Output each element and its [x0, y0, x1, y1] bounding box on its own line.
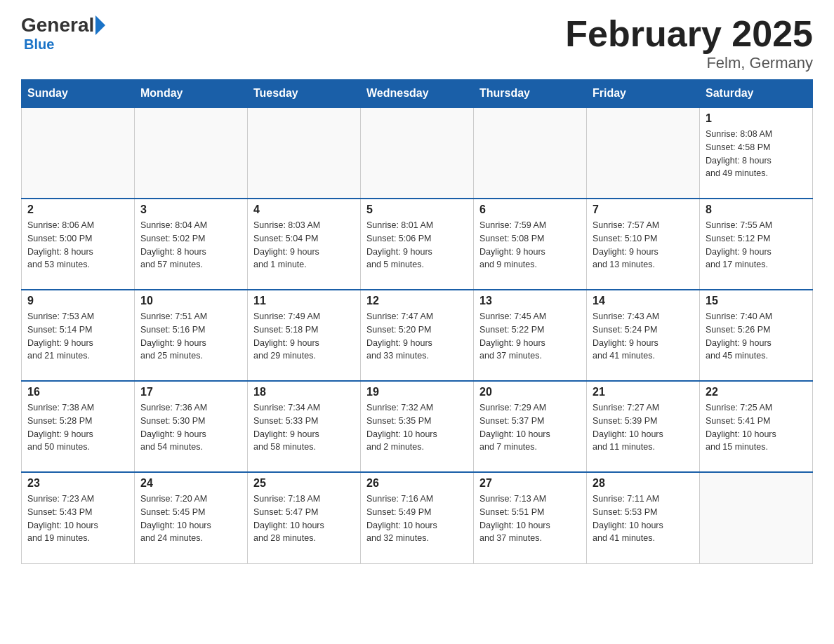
day-number: 25: [253, 477, 355, 490]
day-number: 16: [27, 386, 128, 398]
calendar-cell: [474, 107, 587, 199]
day-number: 18: [253, 386, 355, 398]
day-info: Sunrise: 7:51 AM Sunset: 5:16 PM Dayligh…: [140, 310, 241, 363]
logo: General Blue: [21, 14, 105, 53]
calendar-cell: 20Sunrise: 7:29 AM Sunset: 5:37 PM Dayli…: [474, 381, 587, 472]
page-header: General Blue February 2025 Felm, Germany: [21, 14, 813, 72]
day-number: 10: [140, 295, 241, 307]
day-number: 15: [706, 295, 807, 307]
day-info: Sunrise: 7:40 AM Sunset: 5:26 PM Dayligh…: [706, 310, 807, 363]
day-number: 5: [366, 203, 468, 216]
day-info: Sunrise: 7:55 AM Sunset: 5:12 PM Dayligh…: [706, 219, 807, 271]
day-info: Sunrise: 7:13 AM Sunset: 5:51 PM Dayligh…: [479, 492, 581, 545]
calendar-cell: 24Sunrise: 7:20 AM Sunset: 5:45 PM Dayli…: [135, 472, 248, 563]
day-number: 27: [479, 477, 581, 490]
day-info: Sunrise: 7:18 AM Sunset: 5:47 PM Dayligh…: [253, 492, 355, 545]
day-info: Sunrise: 7:25 AM Sunset: 5:41 PM Dayligh…: [706, 401, 807, 454]
day-info: Sunrise: 7:20 AM Sunset: 5:45 PM Dayligh…: [140, 492, 241, 545]
day-number: 24: [140, 477, 241, 490]
day-info: Sunrise: 8:03 AM Sunset: 5:04 PM Dayligh…: [253, 219, 355, 271]
weekday-header-saturday: Saturday: [700, 80, 813, 108]
calendar-cell: 7Sunrise: 7:57 AM Sunset: 5:10 PM Daylig…: [587, 199, 700, 290]
calendar-table: SundayMondayTuesdayWednesdayThursdayFrid…: [21, 79, 813, 564]
day-number: 8: [706, 203, 807, 216]
logo-blue: Blue: [24, 36, 54, 53]
calendar-cell: 5Sunrise: 8:01 AM Sunset: 5:06 PM Daylig…: [361, 199, 474, 290]
day-info: Sunrise: 7:34 AM Sunset: 5:33 PM Dayligh…: [253, 401, 355, 454]
calendar-cell: 8Sunrise: 7:55 AM Sunset: 5:12 PM Daylig…: [700, 199, 813, 290]
day-number: 3: [140, 203, 241, 216]
calendar-cell: 11Sunrise: 7:49 AM Sunset: 5:18 PM Dayli…: [248, 290, 361, 381]
title-block: February 2025 Felm, Germany: [565, 14, 813, 72]
day-number: 4: [253, 203, 355, 216]
day-number: 2: [27, 203, 128, 216]
day-number: 14: [593, 295, 694, 307]
calendar-cell: 18Sunrise: 7:34 AM Sunset: 5:33 PM Dayli…: [248, 381, 361, 472]
calendar-header: SundayMondayTuesdayWednesdayThursdayFrid…: [22, 80, 813, 108]
calendar-cell: 2Sunrise: 8:06 AM Sunset: 5:00 PM Daylig…: [22, 199, 135, 290]
weekday-header-friday: Friday: [587, 80, 700, 108]
day-number: 20: [479, 386, 581, 398]
day-number: 7: [593, 203, 694, 216]
location: Felm, Germany: [565, 54, 813, 72]
day-info: Sunrise: 7:59 AM Sunset: 5:08 PM Dayligh…: [479, 219, 581, 271]
day-info: Sunrise: 7:36 AM Sunset: 5:30 PM Dayligh…: [140, 401, 241, 454]
calendar-cell: 25Sunrise: 7:18 AM Sunset: 5:47 PM Dayli…: [248, 472, 361, 563]
calendar-cell: 12Sunrise: 7:47 AM Sunset: 5:20 PM Dayli…: [361, 290, 474, 381]
day-number: 23: [27, 477, 128, 490]
day-number: 26: [366, 477, 468, 490]
weekday-header-wednesday: Wednesday: [361, 80, 474, 108]
month-title: February 2025: [565, 14, 813, 54]
weekday-header-monday: Monday: [135, 80, 248, 108]
day-number: 21: [593, 386, 694, 398]
day-number: 1: [706, 112, 807, 125]
calendar-cell: [248, 107, 361, 199]
day-number: 6: [479, 203, 581, 216]
calendar-cell: 14Sunrise: 7:43 AM Sunset: 5:24 PM Dayli…: [587, 290, 700, 381]
weekday-header-tuesday: Tuesday: [248, 80, 361, 108]
day-info: Sunrise: 8:04 AM Sunset: 5:02 PM Dayligh…: [140, 219, 241, 271]
calendar-cell: 21Sunrise: 7:27 AM Sunset: 5:39 PM Dayli…: [587, 381, 700, 472]
calendar-cell: 9Sunrise: 7:53 AM Sunset: 5:14 PM Daylig…: [22, 290, 135, 381]
calendar-cell: 23Sunrise: 7:23 AM Sunset: 5:43 PM Dayli…: [22, 472, 135, 563]
day-info: Sunrise: 7:27 AM Sunset: 5:39 PM Dayligh…: [593, 401, 694, 454]
calendar-cell: 26Sunrise: 7:16 AM Sunset: 5:49 PM Dayli…: [361, 472, 474, 563]
calendar-cell: 19Sunrise: 7:32 AM Sunset: 5:35 PM Dayli…: [361, 381, 474, 472]
calendar-cell: 3Sunrise: 8:04 AM Sunset: 5:02 PM Daylig…: [135, 199, 248, 290]
day-info: Sunrise: 7:53 AM Sunset: 5:14 PM Dayligh…: [27, 310, 128, 363]
day-info: Sunrise: 7:11 AM Sunset: 5:53 PM Dayligh…: [593, 492, 694, 545]
day-number: 19: [366, 386, 468, 398]
day-info: Sunrise: 7:49 AM Sunset: 5:18 PM Dayligh…: [253, 310, 355, 363]
calendar-cell: [22, 107, 135, 199]
day-number: 11: [253, 295, 355, 307]
calendar-cell: 13Sunrise: 7:45 AM Sunset: 5:22 PM Dayli…: [474, 290, 587, 381]
logo-general: General: [21, 14, 94, 36]
calendar-cell: 27Sunrise: 7:13 AM Sunset: 5:51 PM Dayli…: [474, 472, 587, 563]
calendar-cell: [361, 107, 474, 199]
day-info: Sunrise: 8:06 AM Sunset: 5:00 PM Dayligh…: [27, 219, 128, 271]
day-number: 12: [366, 295, 468, 307]
calendar-cell: [135, 107, 248, 199]
calendar-cell: 22Sunrise: 7:25 AM Sunset: 5:41 PM Dayli…: [700, 381, 813, 472]
day-info: Sunrise: 7:23 AM Sunset: 5:43 PM Dayligh…: [27, 492, 128, 545]
calendar-cell: [700, 472, 813, 563]
day-info: Sunrise: 8:08 AM Sunset: 4:58 PM Dayligh…: [706, 128, 807, 180]
weekday-header-sunday: Sunday: [22, 80, 135, 108]
day-number: 22: [706, 386, 807, 398]
day-info: Sunrise: 7:38 AM Sunset: 5:28 PM Dayligh…: [27, 401, 128, 454]
day-number: 28: [593, 477, 694, 490]
calendar-cell: 10Sunrise: 7:51 AM Sunset: 5:16 PM Dayli…: [135, 290, 248, 381]
day-info: Sunrise: 7:57 AM Sunset: 5:10 PM Dayligh…: [593, 219, 694, 271]
day-info: Sunrise: 7:16 AM Sunset: 5:49 PM Dayligh…: [366, 492, 468, 545]
day-info: Sunrise: 8:01 AM Sunset: 5:06 PM Dayligh…: [366, 219, 468, 271]
weekday-header-thursday: Thursday: [474, 80, 587, 108]
logo-arrow-icon: [95, 15, 105, 35]
calendar-cell: 1Sunrise: 8:08 AM Sunset: 4:58 PM Daylig…: [700, 107, 813, 199]
day-info: Sunrise: 7:32 AM Sunset: 5:35 PM Dayligh…: [366, 401, 468, 454]
calendar-cell: 6Sunrise: 7:59 AM Sunset: 5:08 PM Daylig…: [474, 199, 587, 290]
calendar-cell: 4Sunrise: 8:03 AM Sunset: 5:04 PM Daylig…: [248, 199, 361, 290]
day-number: 9: [27, 295, 128, 307]
day-info: Sunrise: 7:47 AM Sunset: 5:20 PM Dayligh…: [366, 310, 468, 363]
calendar-cell: 28Sunrise: 7:11 AM Sunset: 5:53 PM Dayli…: [587, 472, 700, 563]
calendar-cell: [587, 107, 700, 199]
